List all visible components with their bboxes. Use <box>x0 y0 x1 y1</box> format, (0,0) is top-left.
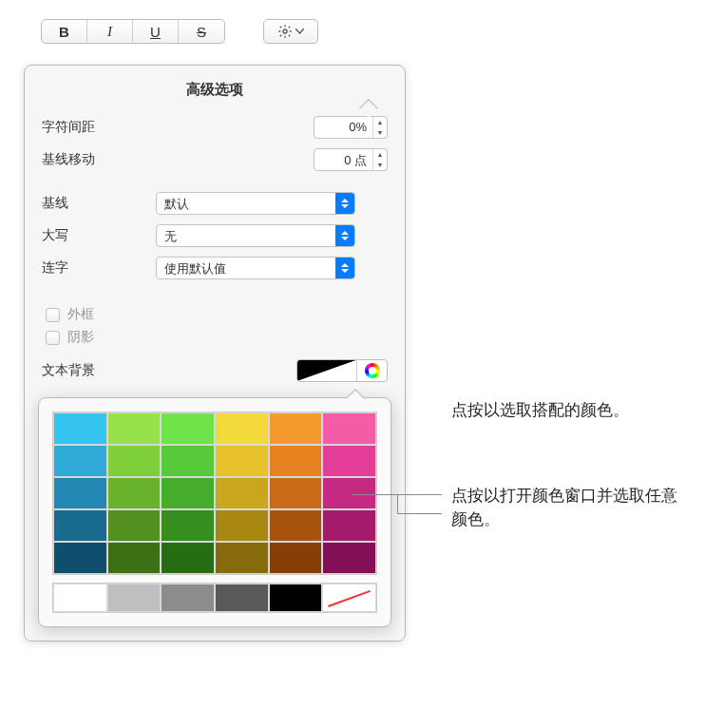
advanced-options-popover: 高级选项 字符间距 0% ▲▼ 基线移动 0 点 ▲▼ 基线 默认 大写 <box>24 65 406 642</box>
italic-button[interactable]: I <box>87 20 133 43</box>
baseline-shift-label: 基线移动 <box>42 151 314 168</box>
color-swatch[interactable] <box>215 584 269 612</box>
text-style-group: B I U S <box>41 19 225 44</box>
chevron-down-icon <box>295 29 304 34</box>
select-chevron-icon <box>335 225 354 246</box>
stepper-down-icon[interactable]: ▼ <box>373 127 387 138</box>
text-background-label: 文本背景 <box>42 362 296 379</box>
color-swatch[interactable] <box>215 477 269 509</box>
text-background-color-control <box>296 359 388 382</box>
outline-label: 外框 <box>67 306 94 323</box>
color-swatch[interactable] <box>53 412 107 445</box>
caps-select-value: 无 <box>157 225 335 246</box>
stepper-up-icon[interactable]: ▲ <box>373 117 387 127</box>
color-swatch[interactable] <box>107 445 162 477</box>
color-swatch[interactable] <box>215 445 269 477</box>
color-swatch[interactable] <box>53 477 107 509</box>
stepper-down-icon[interactable]: ▼ <box>373 160 387 170</box>
char-spacing-value: 0% <box>314 117 372 138</box>
color-swatch[interactable] <box>269 477 323 509</box>
color-swatch[interactable] <box>269 584 323 612</box>
color-swatch[interactable] <box>53 584 107 612</box>
bold-button[interactable]: B <box>42 20 87 43</box>
gear-icon <box>277 24 293 39</box>
color-swatch[interactable] <box>107 412 162 445</box>
color-palette-popover <box>38 397 391 627</box>
color-swatch[interactable] <box>53 509 107 542</box>
color-swatch[interactable] <box>215 542 269 574</box>
ligatures-select-value: 使用默认值 <box>157 258 335 278</box>
color-swatch[interactable] <box>161 445 215 477</box>
color-swatch[interactable] <box>269 542 323 574</box>
color-wheel-button[interactable] <box>356 360 387 381</box>
format-toolbar: B I U S <box>24 19 413 44</box>
neutral-palette-row <box>52 583 377 613</box>
color-swatch[interactable] <box>322 509 376 542</box>
ligatures-label: 连字 <box>42 259 156 277</box>
shadow-label: 阴影 <box>67 329 94 346</box>
color-wheel-icon <box>365 363 380 378</box>
popover-title: 高级选项 <box>42 81 388 99</box>
baseline-select-value: 默认 <box>157 193 335 214</box>
color-swatch[interactable] <box>53 542 107 574</box>
no-color-swatch[interactable] <box>322 584 376 612</box>
caps-select[interactable]: 无 <box>156 224 355 247</box>
color-swatch[interactable] <box>107 542 162 574</box>
annotation-swatch: 点按以选取搭配的颜色。 <box>451 399 660 423</box>
color-swatch-button[interactable] <box>297 360 356 381</box>
color-swatch[interactable] <box>322 477 376 509</box>
select-chevron-icon <box>335 258 354 278</box>
color-swatch[interactable] <box>322 412 376 445</box>
baseline-shift-value: 0 点 <box>314 149 372 170</box>
caps-label: 大写 <box>42 227 156 244</box>
shadow-checkbox[interactable] <box>46 331 60 345</box>
svg-point-0 <box>283 29 287 33</box>
color-swatch[interactable] <box>53 445 107 477</box>
outline-checkbox[interactable] <box>46 308 60 322</box>
char-spacing-label: 字符间距 <box>42 119 314 136</box>
baseline-select[interactable]: 默认 <box>156 192 355 215</box>
stepper-up-icon[interactable]: ▲ <box>373 149 387 160</box>
color-swatch[interactable] <box>322 542 376 574</box>
color-swatch[interactable] <box>161 584 215 612</box>
color-swatch[interactable] <box>161 477 215 509</box>
baseline-shift-stepper[interactable]: 0 点 ▲▼ <box>314 148 388 171</box>
ligatures-select[interactable]: 使用默认值 <box>156 257 355 279</box>
color-palette-grid <box>52 412 377 575</box>
color-swatch[interactable] <box>161 509 215 542</box>
color-swatch[interactable] <box>269 509 323 542</box>
color-swatch[interactable] <box>161 542 215 574</box>
color-swatch[interactable] <box>107 509 162 542</box>
color-swatch[interactable] <box>215 509 269 542</box>
select-chevron-icon <box>335 193 354 214</box>
color-swatch[interactable] <box>269 445 323 477</box>
underline-button[interactable]: U <box>133 20 179 43</box>
color-swatch[interactable] <box>269 412 323 445</box>
char-spacing-stepper[interactable]: 0% ▲▼ <box>314 116 388 139</box>
color-swatch[interactable] <box>322 445 376 477</box>
color-swatch[interactable] <box>161 412 215 445</box>
color-swatch[interactable] <box>107 477 162 509</box>
baseline-label: 基线 <box>42 195 156 212</box>
strikethrough-button[interactable]: S <box>179 20 224 43</box>
color-swatch[interactable] <box>215 412 269 445</box>
annotation-wheel: 点按以打开颜色窗口并选取任意颜色。 <box>451 485 679 531</box>
advanced-options-button[interactable] <box>263 19 318 44</box>
color-swatch[interactable] <box>107 584 162 612</box>
